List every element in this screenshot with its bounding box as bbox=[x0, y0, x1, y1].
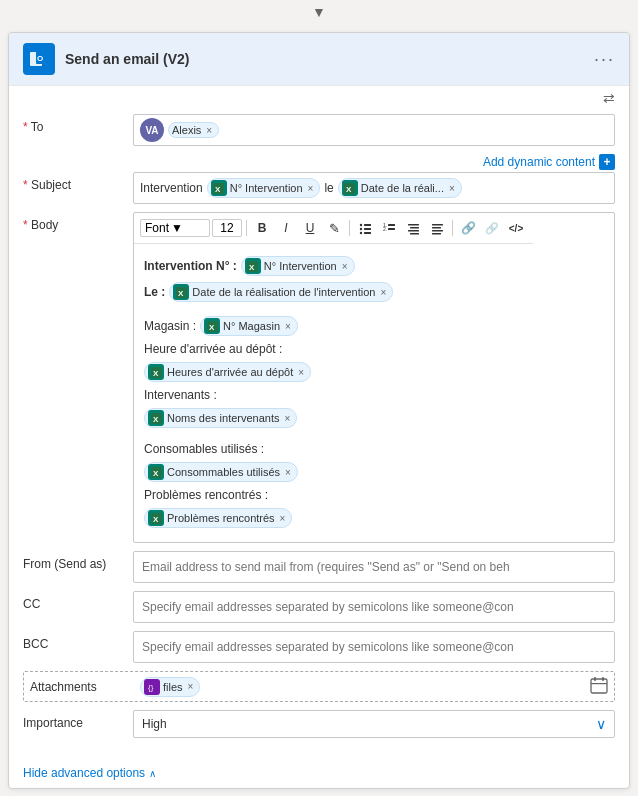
italic-button[interactable]: I bbox=[275, 217, 297, 239]
tb-divider-3 bbox=[452, 220, 453, 236]
empty-line-2 bbox=[144, 434, 604, 442]
excel-icon-body-7: X bbox=[148, 510, 164, 526]
heure-label: Heure d'arrivée au dépôt : bbox=[144, 342, 282, 356]
cc-row: CC bbox=[23, 591, 615, 623]
problemes-label: Problèmes rencontrés : bbox=[144, 488, 268, 502]
svg-text:X: X bbox=[153, 415, 159, 424]
token-heures-text: Heures d'arrivée au dépôt bbox=[167, 366, 293, 378]
excel-icon-body-5: X bbox=[148, 410, 164, 426]
chevron-up-icon: ∧ bbox=[149, 768, 156, 779]
token-problemes-remove[interactable]: × bbox=[280, 513, 286, 524]
body-content[interactable]: Intervention N° : X N° Intervention × Le… bbox=[134, 248, 614, 542]
cc-input[interactable] bbox=[133, 591, 615, 623]
to-label: To bbox=[23, 114, 133, 134]
to-remove[interactable]: × bbox=[206, 125, 212, 136]
subject-token-1: X N° Intervention × bbox=[207, 178, 321, 198]
from-row: From (Send as) bbox=[23, 551, 615, 583]
body-row: Body Font ▼ B I U ✎ bbox=[23, 212, 615, 543]
pen-button[interactable]: ✎ bbox=[323, 217, 345, 239]
svg-rect-19 bbox=[408, 230, 419, 232]
hide-advanced-link[interactable]: Hide advanced options ∧ bbox=[9, 758, 629, 788]
token-magasin: X N° Magasin × bbox=[200, 316, 298, 336]
indent-right-button[interactable] bbox=[426, 217, 448, 239]
attachments-token-remove[interactable]: × bbox=[188, 681, 194, 692]
more-options-button[interactable]: ··· bbox=[594, 49, 615, 70]
svg-rect-22 bbox=[432, 227, 441, 229]
token-magasin-text: N° Magasin bbox=[223, 320, 280, 332]
token-date-realisation-remove[interactable]: × bbox=[380, 287, 386, 298]
attachments-field[interactable]: {} files × bbox=[140, 677, 590, 697]
to-row: To VA Alexis × bbox=[23, 114, 615, 146]
bcc-label: BCC bbox=[23, 631, 133, 651]
bcc-input[interactable] bbox=[133, 631, 615, 663]
card-header: O Send an email (V2) ··· bbox=[9, 33, 629, 86]
to-field[interactable]: VA Alexis × bbox=[133, 114, 615, 146]
intervention-label: Intervention N° : bbox=[144, 259, 237, 273]
token-date-realisation-text: Date de la réalisation de l'intervention bbox=[192, 286, 375, 298]
cc-label: CC bbox=[23, 591, 133, 611]
svg-text:2.: 2. bbox=[383, 226, 387, 232]
body-line-2: Le : X Date de la réalisation de l'inter… bbox=[144, 282, 604, 302]
underline-button[interactable]: U bbox=[299, 217, 321, 239]
importance-chevron: ∨ bbox=[596, 716, 606, 732]
excel-icon-body-3: X bbox=[204, 318, 220, 334]
subject-token-2-remove[interactable]: × bbox=[449, 183, 455, 194]
svg-text:O: O bbox=[37, 54, 43, 63]
svg-text:X: X bbox=[215, 185, 221, 194]
bold-button[interactable]: B bbox=[251, 217, 273, 239]
svg-rect-10 bbox=[364, 228, 371, 230]
svg-rect-18 bbox=[410, 227, 419, 229]
token-consommables-remove[interactable]: × bbox=[285, 467, 291, 478]
outlook-icon: O bbox=[23, 43, 55, 75]
token-noms: X Noms des intervenants × bbox=[144, 408, 297, 428]
bullet-list-button[interactable] bbox=[354, 217, 376, 239]
intervenants-label: Intervenants : bbox=[144, 388, 217, 402]
body-field[interactable]: Font ▼ B I U ✎ 1.2. bbox=[133, 212, 615, 543]
html-button[interactable]: </> bbox=[505, 217, 527, 239]
send-email-card: O Send an email (V2) ··· ⇄ To VA Alexis … bbox=[8, 32, 630, 789]
svg-rect-14 bbox=[388, 224, 395, 226]
indent-left-button[interactable] bbox=[402, 217, 424, 239]
svg-text:X: X bbox=[178, 289, 184, 298]
svg-rect-43 bbox=[591, 683, 607, 684]
token-heures-remove[interactable]: × bbox=[298, 367, 304, 378]
token-n-intervention-remove[interactable]: × bbox=[342, 261, 348, 272]
importance-value: High bbox=[142, 717, 167, 731]
font-selector[interactable]: Font ▼ bbox=[140, 219, 210, 237]
subject-separator: le bbox=[324, 181, 333, 195]
add-dynamic-link[interactable]: Add dynamic content bbox=[483, 155, 595, 169]
body-line-1: Intervention N° : X N° Intervention × bbox=[144, 256, 604, 276]
from-label: From (Send as) bbox=[23, 551, 133, 571]
body-line-7b: X Problèmes rencontrés × bbox=[144, 508, 604, 528]
token-n-intervention-text: N° Intervention bbox=[264, 260, 337, 272]
body-line-7: Problèmes rencontrés : bbox=[144, 488, 604, 502]
svg-text:X: X bbox=[209, 323, 215, 332]
importance-row: Importance High ∨ bbox=[23, 710, 615, 738]
arrows-icon: ⇄ bbox=[603, 90, 615, 106]
from-input[interactable] bbox=[133, 551, 615, 583]
calendar-icon[interactable] bbox=[590, 676, 608, 697]
transfer-arrows: ⇄ bbox=[9, 86, 629, 106]
svg-text:X: X bbox=[153, 369, 159, 378]
subject-field[interactable]: Intervention X N° Intervention × le bbox=[133, 172, 615, 204]
excel-icon-body-4: X bbox=[148, 364, 164, 380]
ordered-list-button[interactable]: 1.2. bbox=[378, 217, 400, 239]
font-label: Font bbox=[145, 221, 169, 235]
svg-rect-42 bbox=[602, 677, 604, 681]
body-line-6: Consomables utilisés : bbox=[144, 442, 604, 456]
excel-icon-1: X bbox=[211, 180, 227, 196]
link-button[interactable]: 🔗 bbox=[457, 217, 479, 239]
subject-token-2: X Date de la réali... × bbox=[338, 178, 462, 198]
token-magasin-remove[interactable]: × bbox=[285, 321, 291, 332]
token-noms-remove[interactable]: × bbox=[285, 413, 291, 424]
subject-token-1-remove[interactable]: × bbox=[308, 183, 314, 194]
attachments-token: {} files × bbox=[140, 677, 200, 697]
expand-arrow[interactable]: ▼ bbox=[0, 0, 638, 24]
importance-select[interactable]: High ∨ bbox=[133, 710, 615, 738]
font-size-input[interactable] bbox=[212, 219, 242, 237]
unlink-button[interactable]: 🔗 bbox=[481, 217, 503, 239]
svg-point-9 bbox=[359, 227, 361, 229]
excel-icon-body-1: X bbox=[245, 258, 261, 274]
svg-rect-23 bbox=[432, 230, 443, 232]
add-dynamic-plus[interactable]: + bbox=[599, 154, 615, 170]
